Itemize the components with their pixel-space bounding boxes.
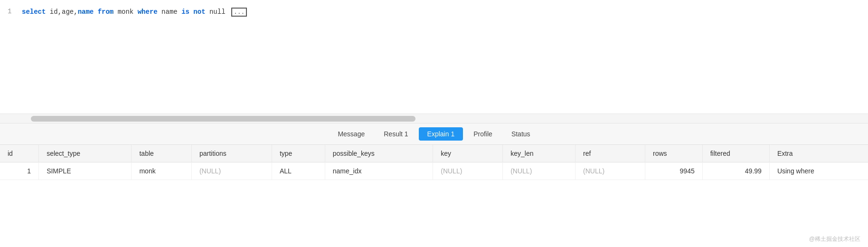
col-filtered: filtered bbox=[702, 145, 769, 162]
code-null: null bbox=[206, 8, 226, 16]
cell-extra: Using where bbox=[769, 162, 868, 180]
col-possible-keys: possible_keys bbox=[325, 145, 433, 162]
keyword-is: is bbox=[181, 8, 189, 16]
cell-select-type: SIMPLE bbox=[39, 162, 132, 180]
line-number: 1 bbox=[8, 8, 22, 15]
col-extra: Extra bbox=[769, 145, 868, 162]
tab-profile[interactable]: Profile bbox=[465, 127, 501, 141]
col-type: type bbox=[272, 145, 325, 162]
col-key: key bbox=[433, 145, 503, 162]
cell-table: monk bbox=[132, 162, 191, 180]
code-table: monk bbox=[113, 8, 137, 16]
cursor-indicator: ... bbox=[231, 8, 247, 17]
result-table-container: id select_type table partitions type pos… bbox=[0, 145, 868, 180]
cell-possible-keys: name_idx bbox=[325, 162, 433, 180]
col-partitions: partitions bbox=[191, 145, 272, 162]
col-key-len: key_len bbox=[503, 145, 576, 162]
col-select-type: select_type bbox=[39, 145, 132, 162]
col-ref: ref bbox=[576, 145, 645, 162]
cell-id: 1 bbox=[0, 162, 39, 180]
cell-key: (NULL) bbox=[433, 162, 503, 180]
keyword-where: where bbox=[138, 8, 158, 16]
tab-status[interactable]: Status bbox=[503, 127, 539, 141]
col-table: table bbox=[132, 145, 191, 162]
tab-bar: Message Result 1 Explain 1 Profile Statu… bbox=[0, 124, 868, 145]
scrollbar-thumb[interactable] bbox=[31, 116, 415, 122]
table-header-row: id select_type table partitions type pos… bbox=[0, 145, 868, 162]
code-fields: id,age, bbox=[46, 8, 77, 16]
col-rows: rows bbox=[645, 145, 703, 162]
horizontal-scrollbar[interactable] bbox=[0, 114, 868, 124]
keyword-from: from bbox=[94, 8, 113, 16]
cell-filtered: 49.99 bbox=[702, 162, 769, 180]
tab-explain1[interactable]: Explain 1 bbox=[419, 127, 463, 141]
col-id: id bbox=[0, 145, 39, 162]
cell-partitions: (NULL) bbox=[191, 162, 272, 180]
code-content[interactable]: select id,age,name from monk where name … bbox=[22, 8, 247, 17]
cell-ref: (NULL) bbox=[576, 162, 645, 180]
watermark: @稀土掘金技术社区 bbox=[809, 235, 860, 243]
cell-type: ALL bbox=[272, 162, 325, 180]
cell-key-len: (NULL) bbox=[503, 162, 576, 180]
editor-area: 1 select id,age,name from monk where nam… bbox=[0, 0, 868, 114]
cell-rows: 9945 bbox=[645, 162, 703, 180]
keyword-select: select bbox=[22, 8, 46, 16]
keyword-not: not bbox=[189, 8, 206, 16]
keyword-name: name bbox=[78, 8, 94, 16]
explain-table: id select_type table partitions type pos… bbox=[0, 145, 868, 180]
editor-line-1: 1 select id,age,name from monk where nam… bbox=[0, 6, 868, 19]
code-name2: name bbox=[158, 8, 181, 16]
tab-message[interactable]: Message bbox=[329, 127, 373, 141]
table-row: 1 SIMPLE monk (NULL) ALL name_idx (NULL)… bbox=[0, 162, 868, 180]
tab-result1[interactable]: Result 1 bbox=[375, 127, 416, 141]
